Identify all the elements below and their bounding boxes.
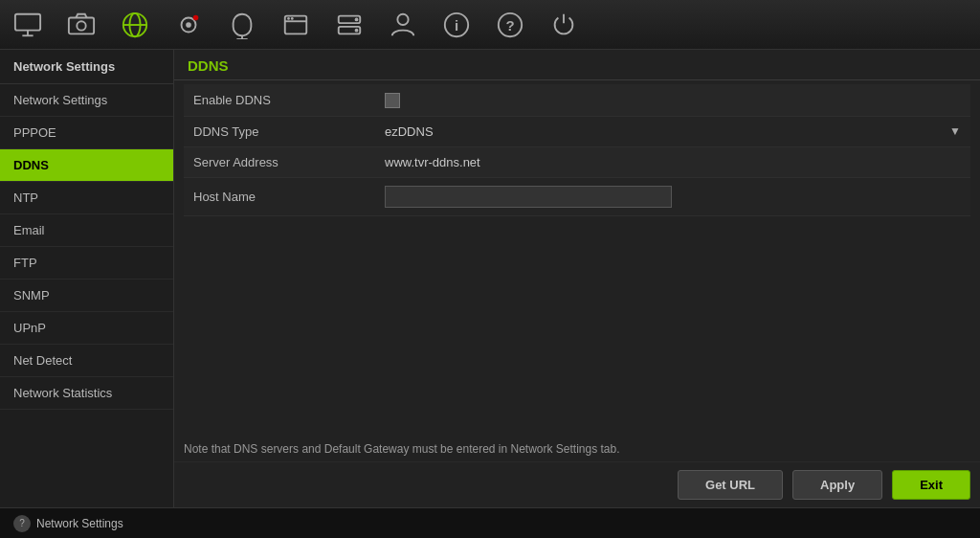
sidebar-item-ntp[interactable]: NTP [0, 182, 173, 214]
enable-ddns-row: Enable DDNS [184, 84, 970, 116]
ddns-form: Enable DDNS DDNS Type ezDDNS ▼ Server [174, 80, 980, 433]
server-address-value: www.tvr-ddns.net [375, 146, 970, 177]
chevron-down-icon: ▼ [949, 124, 961, 138]
svg-point-10 [193, 14, 199, 20]
sidebar-item-net-detect[interactable]: Net Detect [0, 345, 173, 377]
sidebar-item-network-statistics[interactable]: Network Statistics [0, 377, 173, 410]
record-icon[interactable] [170, 7, 207, 43]
power-icon[interactable] [546, 7, 582, 43]
enable-ddns-label: Enable DDNS [184, 84, 375, 116]
sidebar-item-email[interactable]: Email [0, 214, 173, 247]
svg-point-9 [186, 22, 191, 28]
svg-point-15 [287, 17, 290, 20]
svg-point-16 [291, 17, 294, 20]
sidebar-item-ddns[interactable]: DDNS [0, 149, 173, 182]
help-icon[interactable]: ? [492, 7, 528, 43]
host-name-row: Host Name [184, 177, 970, 215]
server-address-label: Server Address [184, 146, 375, 177]
ddns-type-value[interactable]: ezDDNS ▼ [375, 117, 970, 146]
svg-rect-3 [69, 17, 94, 34]
sidebar-item-snmp[interactable]: SNMP [0, 280, 173, 312]
sidebar-title: Network Settings [0, 50, 173, 84]
ddns-type-label: DDNS Type [184, 116, 375, 146]
ddns-type-text: ezDDNS [385, 124, 434, 139]
sidebar-item-upnp[interactable]: UPnP [0, 312, 173, 345]
sidebar: Network Settings Network Settings PPPOE … [0, 50, 174, 507]
sidebar-item-ftp[interactable]: FTP [0, 247, 173, 280]
svg-rect-0 [15, 13, 40, 30]
device-icon[interactable] [278, 7, 314, 43]
enable-ddns-value [375, 84, 970, 116]
ddns-type-row: DDNS Type ezDDNS ▼ [184, 116, 970, 146]
host-name-label: Host Name [184, 177, 375, 215]
ddns-settings-table: Enable DDNS DDNS Type ezDDNS ▼ Server [184, 84, 970, 216]
storage-icon[interactable] [331, 7, 368, 43]
user-icon[interactable] [385, 7, 421, 43]
svg-point-19 [355, 17, 359, 21]
camera-icon[interactable] [63, 7, 100, 43]
svg-text:i: i [455, 16, 458, 33]
monitor-icon[interactable] [10, 7, 46, 43]
network-nav-icon[interactable] [117, 7, 153, 43]
note-text: Note that DNS servers and Default Gatewa… [174, 433, 980, 461]
svg-text:?: ? [505, 16, 514, 33]
content-area: DDNS Enable DDNS DDNS Type ezDDNS ▼ [174, 50, 980, 507]
host-name-value[interactable] [375, 177, 970, 215]
top-navigation: i ? [0, 0, 980, 50]
info-icon[interactable]: i [438, 7, 475, 43]
server-address-row: Server Address www.tvr-ddns.net [184, 146, 970, 177]
svg-point-20 [355, 28, 359, 32]
apply-button[interactable]: Apply [792, 470, 882, 500]
help-circle-icon: ? [13, 515, 31, 532]
svg-point-21 [397, 13, 408, 24]
get-url-button[interactable]: Get URL [678, 470, 783, 500]
bottom-label: Network Settings [36, 517, 123, 530]
content-title: DDNS [174, 50, 980, 80]
action-bar: Get URL Apply Exit [174, 461, 980, 507]
audio-icon[interactable] [224, 7, 260, 43]
main-layout: Network Settings Network Settings PPPOE … [0, 50, 980, 507]
host-name-input[interactable] [385, 186, 672, 208]
sidebar-item-network-settings[interactable]: Network Settings [0, 84, 173, 117]
bottom-bar: ? Network Settings [0, 507, 980, 538]
enable-ddns-checkbox[interactable] [385, 93, 400, 108]
sidebar-item-pppoe[interactable]: PPPOE [0, 117, 173, 149]
exit-button[interactable]: Exit [892, 470, 970, 500]
svg-point-4 [77, 21, 85, 30]
